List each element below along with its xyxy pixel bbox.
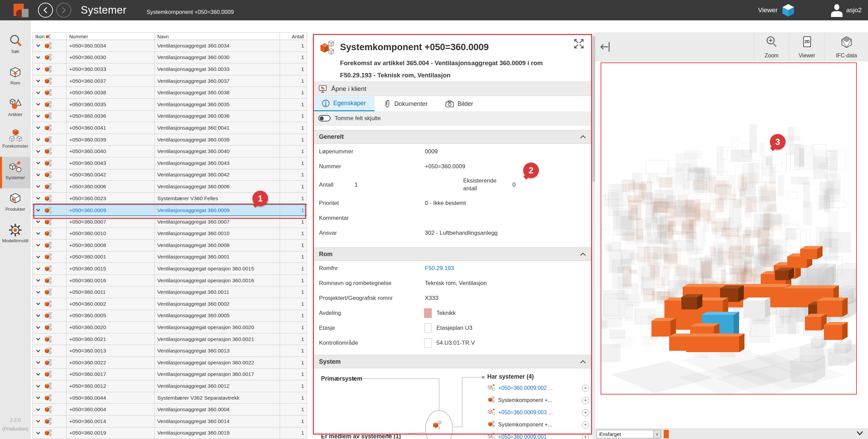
chevron-down-icon[interactable] — [36, 173, 40, 176]
chevron-down-icon[interactable] — [36, 244, 40, 247]
3d-model-canvas[interactable] — [601, 63, 856, 394]
chevron-down-icon[interactable] — [36, 185, 40, 188]
section-header-system[interactable]: System — [313, 355, 592, 368]
table-row[interactable]: +050=360.0020 Ventilasjonsaggregat opera… — [32, 322, 307, 333]
table-row[interactable]: +050=360.0002 Ventilasjonsaggregat 360.0… — [32, 298, 307, 310]
chevron-down-icon[interactable] — [36, 326, 40, 329]
table-row[interactable]: +050=360.0040 Ventilasjonsaggregat 360.0… — [32, 146, 307, 157]
column-header-nummer[interactable]: Nummer — [67, 33, 155, 40]
chevron-down-icon[interactable] — [36, 79, 40, 82]
section-header-generelt[interactable]: Generelt — [313, 130, 592, 144]
table-row[interactable]: +050=360.0004 Ventilasjonsaggregat 360.0… — [32, 404, 307, 416]
add-relation-button[interactable]: + — [582, 397, 589, 404]
chevron-down-icon[interactable] — [36, 115, 40, 118]
column-header-ikon[interactable]: Ikon — [33, 33, 67, 40]
chevron-down-icon[interactable] — [36, 197, 40, 200]
related-system-text[interactable]: +050=360.0009:002 ... — [498, 385, 566, 391]
table-row[interactable]: +050=360.0036 Ventilasjonsaggregat 360.0… — [32, 111, 307, 122]
chevron-down-icon[interactable] — [36, 279, 40, 282]
chevron-down-icon[interactable] — [36, 396, 40, 399]
chevron-down-icon[interactable] — [36, 68, 40, 71]
chevron-down-icon[interactable] — [856, 431, 863, 436]
detail-scrollbar[interactable] — [592, 34, 595, 439]
chevron-down-icon[interactable] — [36, 302, 40, 305]
table-row[interactable]: +050=360.0021 Ventilasjonsaggregat opera… — [32, 333, 307, 345]
chevron-down-icon[interactable] — [36, 361, 40, 364]
related-system-text[interactable]: +050=360.0009:001 — [498, 434, 566, 439]
collapse-panel-icon[interactable] — [599, 40, 611, 53]
chevron-down-icon[interactable] — [36, 408, 40, 411]
related-system-text[interactable]: +050=360.0009:003 ... — [498, 409, 566, 416]
table-row[interactable]: +050=360.0005 Ventilasjonsaggregat 360.0… — [32, 310, 307, 322]
sidebar-item-rom[interactable]: Rom — [0, 62, 31, 94]
table-row[interactable]: +050=360.0038 Ventilasjonsaggregat 360.0… — [32, 87, 307, 99]
table-row[interactable]: +050=360.0011 Ventilasjonsaggregat 360.0… — [32, 286, 307, 298]
chevron-down-icon[interactable] — [36, 420, 40, 423]
related-system-item[interactable]: +050=360.0009:001 + — [487, 431, 589, 439]
table-row[interactable]: +050=360.0041 Ventilasjonsaggregat 360.0… — [32, 122, 307, 134]
table-row[interactable]: +050=360.0016 Ventilasjonsaggregat opera… — [32, 275, 307, 287]
empty-fields-toggle[interactable]: Tomme felt skjulte — [313, 111, 592, 126]
back-button[interactable] — [38, 3, 53, 18]
table-row[interactable]: +050=360.0042 Ventilasjonsaggregat 360.0… — [32, 169, 307, 181]
add-relation-button[interactable]: + — [582, 385, 589, 392]
chevron-down-icon[interactable] — [36, 349, 40, 352]
model-color-swatch[interactable] — [664, 430, 669, 438]
tab-dokumenter[interactable]: Dokumenter — [375, 96, 436, 111]
table-row[interactable]: +050=360.0009 Ventilasjonsaggregat 360.0… — [32, 204, 307, 216]
tab-bilder[interactable]: Bilder — [436, 96, 482, 111]
table-row[interactable]: +050=360.0017 Ventilasjonsaggregat opera… — [32, 369, 307, 381]
related-system-item[interactable]: +050=360.0009:002 ... + — [487, 382, 589, 394]
chevron-down-icon[interactable] — [36, 314, 40, 317]
add-relation-button[interactable]: + — [582, 421, 589, 428]
table-row[interactable]: +050=360.0007 Ventilasjonsaggregat 360.0… — [32, 216, 307, 228]
table-row[interactable]: +050=360.0014 Ventilasjonsaggregat 360.0… — [32, 416, 307, 427]
column-header-navn[interactable]: Navn — [155, 33, 280, 40]
sidebar-item-produkter[interactable]: Produkter — [0, 188, 31, 220]
chevron-down-icon[interactable] — [36, 138, 40, 141]
chevron-down-icon[interactable] — [36, 220, 40, 223]
chevron-down-icon[interactable] — [36, 338, 40, 341]
table-row[interactable]: +050=360.0010 Ventilasjonsaggregat 360.0… — [32, 228, 307, 240]
chevron-down-icon[interactable] — [36, 432, 40, 435]
table-row[interactable]: +050=360.0006 Ventilasjonsaggregat 360.0… — [32, 181, 307, 193]
chevron-down-icon[interactable] — [36, 161, 40, 165]
table-row[interactable]: +050=360.0001 Ventilasjonsaggregat 360.0… — [32, 251, 307, 263]
add-relation-button[interactable]: + — [582, 434, 589, 439]
viewer-mode-chip[interactable]: Viewer — [758, 4, 795, 16]
chevron-down-icon[interactable] — [36, 150, 40, 153]
sidebar-item-systemer[interactable]: Systemer — [0, 157, 31, 188]
table-row[interactable]: +050=360.0013 Ventilasjonsaggregat 360.0… — [32, 345, 307, 357]
table-row[interactable]: +050=360.0035 Ventilasjonsaggregat 360.0… — [32, 99, 307, 111]
related-system-item[interactable]: Systemkomponent +... + — [487, 394, 589, 406]
color-mode-select[interactable]: Ensfarget ∨ — [597, 430, 661, 438]
scrollbar-thumb[interactable] — [592, 36, 595, 182]
table-row[interactable]: +050=360.0033 Ventilasjonsaggregat 360.0… — [32, 63, 307, 75]
sidebar-item-artikler[interactable]: Artikler — [0, 94, 31, 125]
table-row[interactable]: +050=360.0043 Ventilasjonsaggregat 360.0… — [32, 157, 307, 169]
forward-button[interactable] — [56, 3, 71, 18]
table-row[interactable]: +050=360.0037 Ventilasjonsaggregat 360.0… — [32, 75, 307, 87]
zoom-tool-button[interactable]: Zoom — [754, 32, 789, 61]
user-menu[interactable]: asjo2 — [830, 3, 862, 17]
chevron-down-icon[interactable] — [36, 103, 40, 106]
add-relation-button[interactable]: + — [582, 409, 589, 416]
column-header-antall[interactable]: Antall — [280, 33, 307, 40]
section-header-rom[interactable]: Rom — [313, 247, 592, 261]
chevron-down-icon[interactable] — [36, 126, 40, 129]
related-system-text[interactable]: Systemkomponent +... — [498, 397, 566, 403]
table-row[interactable]: +050=360.0030 Ventilasjonsaggregat 360.0… — [32, 52, 307, 64]
table-row[interactable]: +050=360.0039 Ventilasjonsaggregat 360.0… — [32, 134, 307, 146]
chevron-down-icon[interactable] — [36, 385, 40, 388]
table-row[interactable]: +050=360.0015 Ventilasjonsaggregat opera… — [32, 263, 307, 275]
chevron-down-icon[interactable] — [36, 291, 40, 294]
sidebar-item-forekomster[interactable]: Forekomster — [0, 125, 31, 157]
table-row[interactable]: +050=360.0023 Systembærer V360 Felles 1 — [32, 193, 307, 205]
table-row[interactable]: +050=360.0012 Ventilasjonsaggregat 360.0… — [32, 380, 307, 392]
chevron-down-icon[interactable] — [36, 255, 40, 259]
chevron-down-icon[interactable] — [36, 91, 40, 94]
related-system-item[interactable]: +050=360.0009:003 ... + — [487, 406, 589, 419]
2d-viewer-button[interactable]: 2D Viewer — [789, 32, 825, 61]
table-row[interactable]: +050=360.0022 Ventilasjonsaggregat opera… — [32, 357, 307, 369]
chevron-down-icon[interactable] — [36, 232, 40, 235]
